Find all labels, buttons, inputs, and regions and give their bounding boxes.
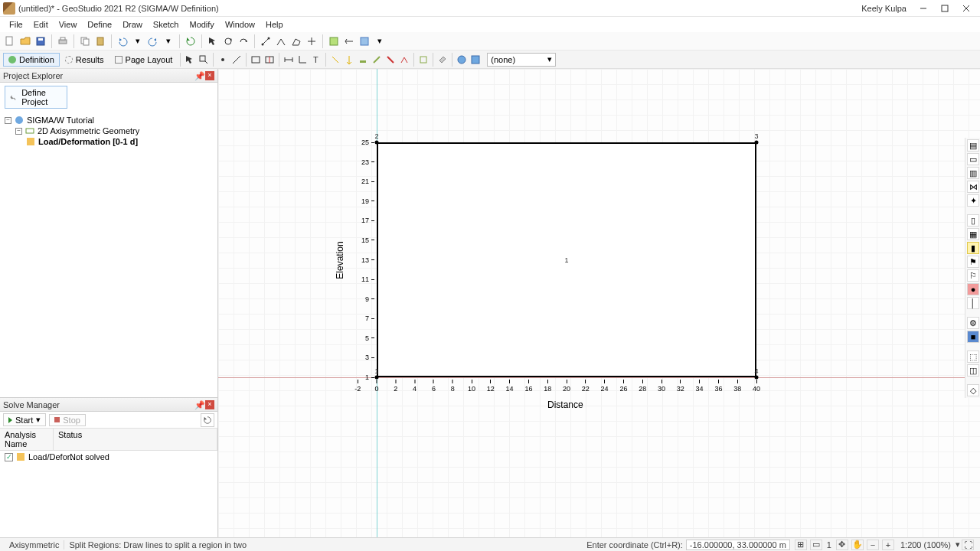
solve-start-button[interactable]: Start▾ bbox=[3, 413, 46, 426]
save-icon[interactable] bbox=[34, 34, 47, 48]
zoom-in-icon[interactable]: + bbox=[882, 540, 894, 550]
rt-color-icon[interactable]: ■ bbox=[967, 331, 979, 343]
drawing-canvas[interactable]: Elevation Distance 135791113151719212325… bbox=[218, 69, 980, 537]
paint-icon[interactable] bbox=[436, 53, 449, 67]
solve-dropdown-icon[interactable]: ▾ bbox=[373, 34, 387, 48]
pin-icon[interactable]: 📌 bbox=[194, 71, 204, 80]
zoom-out-icon[interactable]: − bbox=[867, 540, 879, 550]
rotate-icon[interactable] bbox=[221, 34, 235, 48]
rt-pin-icon[interactable]: ⚐ bbox=[967, 269, 979, 282]
draw-line-icon[interactable] bbox=[230, 53, 243, 67]
solve-row[interactable]: ✓ Load/Defor… Not solved bbox=[0, 451, 217, 463]
redo2-icon[interactable] bbox=[237, 34, 250, 48]
rt-sparkle-icon[interactable]: ✦ bbox=[967, 194, 979, 207]
rt-flag-icon[interactable]: ⚑ bbox=[967, 256, 979, 268]
menu-edit[interactable]: Edit bbox=[29, 18, 53, 31]
draw-point-icon[interactable] bbox=[216, 53, 230, 67]
edit-points-icon[interactable] bbox=[259, 34, 273, 48]
fit-icon[interactable]: ⛶ bbox=[962, 540, 974, 550]
menu-view[interactable]: View bbox=[54, 18, 82, 31]
redo-icon[interactable] bbox=[146, 34, 160, 48]
edit-lines-icon[interactable] bbox=[274, 34, 288, 48]
undo-icon[interactable] bbox=[116, 34, 129, 48]
new-icon[interactable] bbox=[3, 34, 17, 48]
pin-icon[interactable]: 📌 bbox=[194, 400, 204, 409]
close-button[interactable] bbox=[956, 1, 977, 16]
page-icon[interactable]: ▭ bbox=[810, 540, 822, 550]
window-icon[interactable] bbox=[469, 53, 482, 67]
layer-dropdown[interactable]: (none) ▾ bbox=[487, 53, 556, 67]
collapse-icon[interactable]: − bbox=[15, 128, 22, 135]
region-point[interactable] bbox=[375, 376, 379, 380]
menu-modify[interactable]: Modify bbox=[185, 18, 218, 31]
define-project-button[interactable]: Define Project bbox=[5, 86, 67, 109]
split-region-icon[interactable] bbox=[263, 53, 276, 67]
chevron-down-icon[interactable]: ▾ bbox=[956, 540, 960, 549]
materials-icon[interactable] bbox=[327, 34, 341, 48]
zoom-level[interactable]: 1:200 (100%) bbox=[896, 540, 956, 549]
rt-doc-icon[interactable]: ▯ bbox=[967, 214, 979, 227]
rt-settings-icon[interactable]: ⚙ bbox=[967, 317, 979, 329]
rt-grid-icon[interactable]: ▦ bbox=[967, 228, 979, 240]
menu-window[interactable]: Window bbox=[220, 18, 260, 31]
rt-tool-b-icon[interactable]: ◫ bbox=[967, 364, 979, 377]
bc-tool5-icon[interactable] bbox=[384, 53, 397, 67]
bc-tool1-icon[interactable] bbox=[328, 53, 342, 67]
coord-input[interactable]: -16.000000, 33.000000 m bbox=[686, 540, 790, 550]
rt-marker-icon[interactable]: ● bbox=[967, 283, 979, 295]
mode-pagelayout[interactable]: Page Layout bbox=[109, 53, 178, 67]
tree-analysis[interactable]: Load/Deformation [0-1 d] bbox=[38, 137, 138, 146]
redo-dropdown-icon[interactable]: ▾ bbox=[162, 34, 175, 48]
menu-define[interactable]: Define bbox=[83, 18, 116, 31]
rt-highlight-icon[interactable]: ▮ bbox=[967, 242, 979, 254]
col-analysis-name[interactable]: Analysis Name bbox=[0, 429, 54, 450]
paste-icon[interactable] bbox=[93, 34, 107, 48]
region-point[interactable] bbox=[375, 141, 379, 145]
draw-region-icon[interactable] bbox=[249, 53, 263, 67]
menu-draw[interactable]: Draw bbox=[118, 18, 147, 31]
edit-regions-icon[interactable] bbox=[289, 34, 303, 48]
tree-geometry[interactable]: 2D Axisymmetric Geometry bbox=[38, 126, 139, 135]
menu-file[interactable]: File bbox=[5, 18, 28, 31]
rt-line-icon[interactable]: │ bbox=[967, 297, 979, 309]
menu-sketch[interactable]: Sketch bbox=[149, 18, 184, 31]
tree-root[interactable]: SIGMA/W Tutorial bbox=[27, 116, 94, 125]
rt-tool-c-icon[interactable]: ◇ bbox=[967, 384, 979, 396]
dim-tool-icon[interactable] bbox=[282, 53, 296, 67]
history-tool-icon[interactable] bbox=[416, 53, 430, 67]
col-status[interactable]: Status bbox=[54, 429, 217, 450]
text-tool-icon[interactable]: T bbox=[309, 53, 323, 67]
maximize-button[interactable] bbox=[934, 1, 956, 16]
solve-icon[interactable] bbox=[358, 34, 371, 48]
mode-results[interactable]: Results bbox=[60, 53, 109, 67]
select-tool-icon[interactable] bbox=[183, 53, 197, 67]
open-icon[interactable] bbox=[18, 34, 32, 48]
solve-refresh-icon[interactable] bbox=[201, 413, 214, 427]
pan-icon[interactable]: ✋ bbox=[851, 540, 864, 550]
edit-mesh-icon[interactable] bbox=[305, 34, 318, 48]
copy-icon[interactable] bbox=[78, 34, 92, 48]
axis-tool-icon[interactable] bbox=[296, 53, 309, 67]
region-point[interactable] bbox=[755, 376, 759, 380]
collapse-icon[interactable]: − bbox=[5, 117, 11, 124]
panel-close-icon[interactable]: × bbox=[205, 400, 214, 409]
define-bc-icon[interactable] bbox=[342, 34, 356, 48]
bc-tool3-icon[interactable] bbox=[356, 53, 370, 67]
rt-join-icon[interactable]: ⋈ bbox=[967, 181, 979, 193]
project-tree[interactable]: −SIGMA/W Tutorial −2D Axisymmetric Geome… bbox=[0, 112, 217, 150]
undo-dropdown-icon[interactable]: ▾ bbox=[131, 34, 145, 48]
zoom-window-icon[interactable] bbox=[197, 53, 211, 67]
mode-definition[interactable]: Definition bbox=[3, 53, 60, 67]
menu-help[interactable]: Help bbox=[261, 18, 288, 31]
bc-tool4-icon[interactable] bbox=[370, 53, 384, 67]
rt-tool-a-icon[interactable]: ⬚ bbox=[967, 350, 979, 363]
print-icon[interactable] bbox=[56, 34, 70, 48]
region-point[interactable] bbox=[755, 141, 759, 145]
bc-tool6-icon[interactable] bbox=[397, 53, 411, 67]
globe-icon[interactable] bbox=[455, 53, 469, 67]
units-icon[interactable]: ⊞ bbox=[795, 540, 807, 550]
arrow-tool-icon[interactable] bbox=[206, 34, 220, 48]
solve-stop-button[interactable]: Stop bbox=[49, 414, 86, 426]
rt-stack-icon[interactable]: ▥ bbox=[967, 167, 979, 179]
refresh-icon[interactable] bbox=[184, 34, 198, 48]
